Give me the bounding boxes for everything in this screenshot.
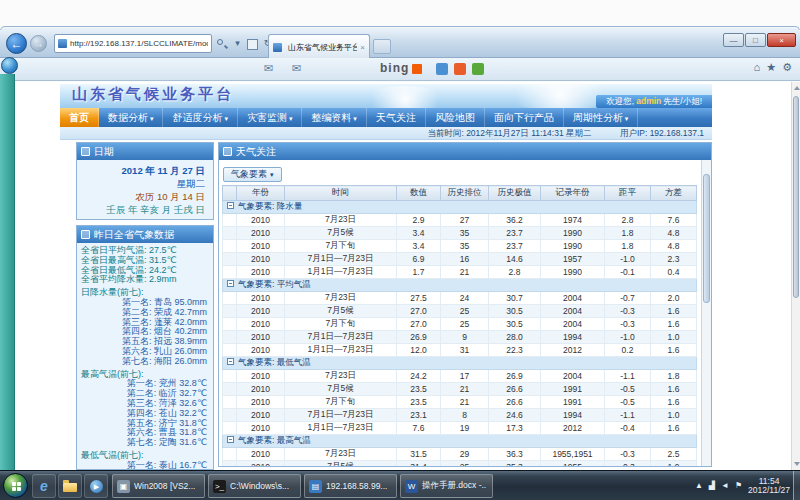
table-scrollbar[interactable] xyxy=(701,160,711,466)
table-header-cell[interactable]: 方差 xyxy=(651,186,697,201)
nav-item[interactable]: 周期性分析 ▾ xyxy=(564,108,638,127)
table-body: 气象要素: 降水量20107月23日2.92736.219742.87.6201… xyxy=(223,201,697,467)
compatibility-view-icon[interactable] xyxy=(247,39,258,50)
calendar-icon xyxy=(81,147,90,156)
favorites-star-icon[interactable]: ★ xyxy=(766,61,776,74)
collapse-icon[interactable] xyxy=(227,358,234,365)
table-row[interactable]: 20107月下旬27.02530.52004-0.31.6 xyxy=(223,318,697,331)
mail-icon[interactable]: ✉ xyxy=(264,62,273,75)
minimize-button[interactable]: — xyxy=(723,33,744,47)
table-group-row[interactable]: 气象要素: 平均气温 xyxy=(223,279,697,292)
forward-button[interactable]: → xyxy=(30,35,47,52)
table-row[interactable]: 20101月1日—7月23日1.7212.81990-0.10.4 xyxy=(223,266,697,279)
tray-expand-icon[interactable]: ▲ xyxy=(695,481,703,491)
table-row[interactable]: 20107月23日24.21726.92004-1.11.8 xyxy=(223,370,697,383)
table-header-cell[interactable]: 数值 xyxy=(397,186,441,201)
table-row[interactable]: 20107月下旬3.43523.719901.84.8 xyxy=(223,240,697,253)
home-icon[interactable]: ⌂ xyxy=(754,61,761,74)
search-icon[interactable] xyxy=(215,36,228,51)
apps-icon[interactable] xyxy=(436,63,448,75)
rank-item[interactable]: 第七名: 海阳 26.0mm xyxy=(81,357,209,367)
taskbar-task-button[interactable]: ▣Win2008 [VS2... xyxy=(112,474,205,498)
taskbar-task-button[interactable]: >_C:\Windows\s... xyxy=(208,474,301,498)
new-tab-button[interactable] xyxy=(373,39,391,54)
scrollbar-thumb[interactable] xyxy=(703,174,710,303)
collapse-icon[interactable] xyxy=(227,202,234,209)
tray-date: 2012/11/27 xyxy=(748,485,790,495)
table-group-row[interactable]: 气象要素: 最高气温 xyxy=(223,435,697,448)
table-header-cell[interactable]: 距平 xyxy=(605,186,651,201)
collapse-icon[interactable] xyxy=(227,436,234,443)
back-button[interactable]: ← xyxy=(6,33,27,54)
bing-tile-icon[interactable] xyxy=(412,64,422,74)
explorer-taskbar-icon[interactable] xyxy=(58,474,82,498)
nav-item[interactable]: 首页 xyxy=(60,108,99,127)
taskbar-task-button[interactable]: W操作手册.docx -.. xyxy=(400,474,493,498)
table-cell: 21 xyxy=(441,383,489,396)
table-row[interactable]: 20107月23日27.52430.72004-0.72.0 xyxy=(223,292,697,305)
maximize-button[interactable]: □ xyxy=(745,33,766,47)
camera-icon[interactable] xyxy=(454,63,466,75)
table-cell: 7月23日 xyxy=(285,370,397,383)
nav-item[interactable]: 天气关注 xyxy=(367,108,426,127)
table-row[interactable]: 20107月1日—7月23日26.9928.01994-1.01.0 xyxy=(223,331,697,344)
table-row[interactable]: 20107月1日—7月23日6.91614.61957-1.02.3 xyxy=(223,253,697,266)
action-center-flag-icon[interactable]: ⚑ xyxy=(735,481,742,491)
table-header-cell[interactable]: 历史排位 xyxy=(441,186,489,201)
taskbar-clock[interactable]: 11:54 2012/11/27 xyxy=(748,477,790,496)
table-header-cell[interactable]: 年份 xyxy=(237,186,285,201)
chevron-down-icon[interactable]: ▾ xyxy=(231,36,244,51)
collapse-icon[interactable] xyxy=(227,280,234,287)
show-desktop-button[interactable] xyxy=(793,471,800,500)
table-row[interactable]: 20107月1日—7月23日23.1824.61994-1.11.0 xyxy=(223,409,697,422)
table-cell: 2010 xyxy=(237,461,285,467)
page-scrollbar[interactable] xyxy=(791,82,800,470)
nav-item[interactable]: 风险地图 xyxy=(426,108,485,127)
browser-tab[interactable]: 山东省气候业务平台... × xyxy=(268,34,370,59)
browser-action-icons: ⌂ ★ ⚙ xyxy=(754,61,792,74)
table-cell: 21 xyxy=(441,396,489,409)
dock-badge-icon[interactable] xyxy=(1,57,18,74)
nav-item[interactable]: 面向下行产品 xyxy=(485,108,564,127)
table-row[interactable]: 20107月5候31.42535.31955-0.31.9 xyxy=(223,461,697,467)
address-bar[interactable]: http://192.168.137.1/SLCCLIMATE/modules/… xyxy=(54,34,212,53)
table-row[interactable]: 20107月5候27.02530.52004-0.31.6 xyxy=(223,305,697,318)
rewards-icon[interactable] xyxy=(472,63,484,75)
element-dropdown-button[interactable]: 气象要素 ▾ xyxy=(223,167,282,182)
table-header-cell[interactable]: 记录年份 xyxy=(541,186,605,201)
nav-item[interactable]: 数据分析 ▾ xyxy=(99,108,163,127)
rank-item[interactable]: 第一名: 泰山 16.7℃ xyxy=(81,461,209,470)
table-header-cell[interactable]: 时间 xyxy=(285,186,397,201)
start-button[interactable] xyxy=(3,473,28,498)
row-lead-cell xyxy=(223,422,237,435)
close-button[interactable]: × xyxy=(767,33,796,47)
network-icon[interactable]: ▟ xyxy=(709,481,715,491)
table-row[interactable]: 20107月23日31.52936.31955,1951-0.32.5 xyxy=(223,448,697,461)
table-row[interactable]: 20101月1日—7月23日7.61917.32012-0.41.6 xyxy=(223,422,697,435)
table-group-row[interactable]: 气象要素: 降水量 xyxy=(223,201,697,214)
nav-item[interactable]: 整编资料 ▾ xyxy=(302,108,366,127)
taskbar-task-button[interactable]: ▤192.168.58.99... xyxy=(304,474,397,498)
url-text[interactable]: http://192.168.137.1/SLCCLIMATE/modules/… xyxy=(70,39,208,48)
table-row[interactable]: 20107月5候3.43523.719901.84.8 xyxy=(223,227,697,240)
table-cell: 7月1日—7月23日 xyxy=(285,253,397,266)
bing-logo[interactable]: bing xyxy=(380,61,409,75)
rank-item[interactable]: 第七名: 定陶 31.6℃ xyxy=(81,438,209,448)
scroll-down-icon[interactable] xyxy=(794,462,800,466)
volume-icon[interactable]: ◄ xyxy=(721,481,729,491)
scroll-up-icon[interactable] xyxy=(794,86,800,90)
gear-icon[interactable]: ⚙ xyxy=(782,61,792,74)
ie-taskbar-icon[interactable]: e xyxy=(32,474,56,498)
table-row[interactable]: 20101月1日—7月23日12.03122.320120.21.6 xyxy=(223,344,697,357)
table-row[interactable]: 20107月下旬23.52126.61991-0.51.6 xyxy=(223,396,697,409)
table-row[interactable]: 20107月5候23.52126.61991-0.51.6 xyxy=(223,383,697,396)
table-header-cell[interactable]: 历史极值 xyxy=(489,186,541,201)
share-mail-icon[interactable]: ✉ xyxy=(292,62,301,75)
nav-item[interactable]: 灾害监测 ▾ xyxy=(238,108,302,127)
table-row[interactable]: 20107月23日2.92736.219742.87.6 xyxy=(223,214,697,227)
page-scrollbar-thumb[interactable] xyxy=(793,96,799,298)
table-group-row[interactable]: 气象要素: 最低气温 xyxy=(223,357,697,370)
nav-item[interactable]: 舒适度分析 ▾ xyxy=(163,108,237,127)
media-player-taskbar-icon[interactable]: ▶ xyxy=(84,474,108,498)
tab-close-icon[interactable]: × xyxy=(360,43,365,52)
